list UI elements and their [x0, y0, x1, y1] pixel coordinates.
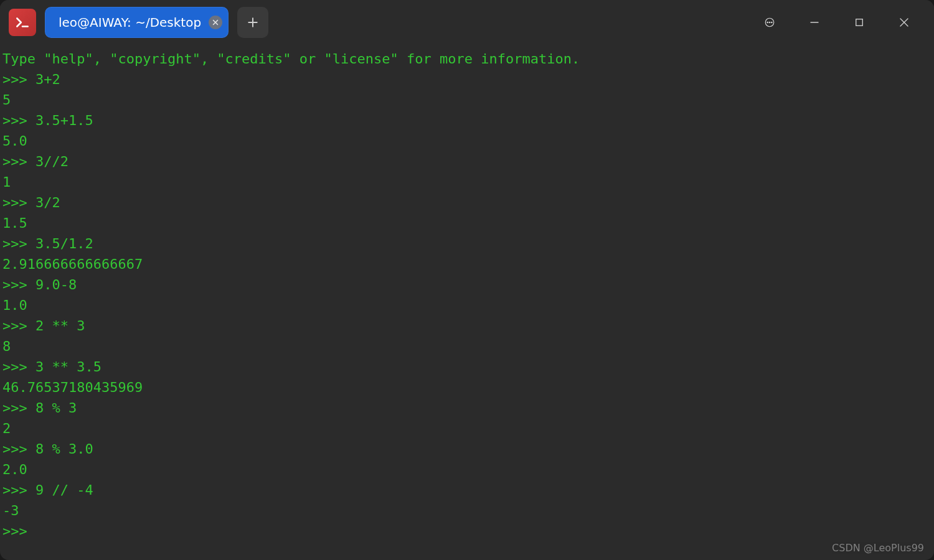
more-button[interactable] [760, 12, 780, 32]
svg-point-6 [767, 22, 768, 23]
titlebar: leo@AIWAY: ~/Desktop [0, 0, 934, 45]
minimize-icon [809, 17, 820, 28]
window-controls [760, 12, 925, 32]
tab-title: leo@AIWAY: ~/Desktop [59, 15, 201, 30]
close-icon [212, 19, 219, 26]
maximize-icon [854, 17, 865, 28]
terminal-output[interactable]: Type "help", "copyright", "credits" or "… [0, 45, 934, 560]
more-icon [764, 17, 775, 28]
prompt-icon [14, 14, 31, 30]
svg-point-8 [771, 22, 773, 23]
terminal-app-icon[interactable] [9, 9, 36, 36]
tab-close-button[interactable] [209, 16, 222, 29]
new-tab-button[interactable] [237, 7, 268, 38]
svg-rect-10 [856, 19, 863, 26]
close-window-button[interactable] [894, 12, 914, 32]
watermark: CSDN @LeoPlus99 [832, 542, 924, 554]
plus-icon [247, 16, 259, 29]
svg-point-7 [769, 22, 770, 23]
terminal-window: leo@AIWAY: ~/Desktop [0, 0, 934, 560]
minimize-button[interactable] [804, 12, 824, 32]
tab-active[interactable]: leo@AIWAY: ~/Desktop [45, 7, 229, 38]
close-icon [899, 17, 910, 28]
maximize-button[interactable] [849, 12, 869, 32]
